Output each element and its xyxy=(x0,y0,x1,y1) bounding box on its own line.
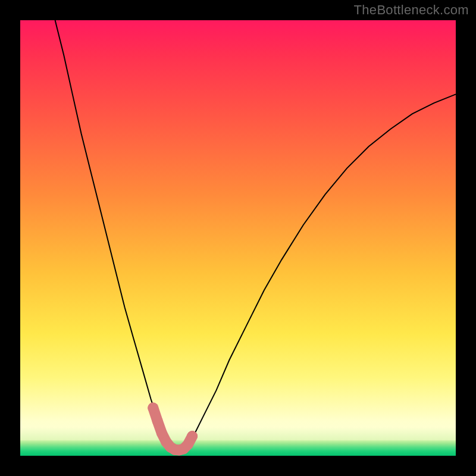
chart-container: TheBottleneck.com xyxy=(0,0,476,476)
plot-area xyxy=(20,20,456,456)
svg-point-0 xyxy=(148,403,158,414)
watermark-text: TheBottleneck.com xyxy=(354,2,469,18)
near-zero-marker xyxy=(148,403,198,456)
svg-point-9 xyxy=(187,431,198,441)
svg-point-1 xyxy=(152,415,163,426)
bottleneck-curve xyxy=(55,20,456,452)
curve-overlay xyxy=(20,20,456,456)
